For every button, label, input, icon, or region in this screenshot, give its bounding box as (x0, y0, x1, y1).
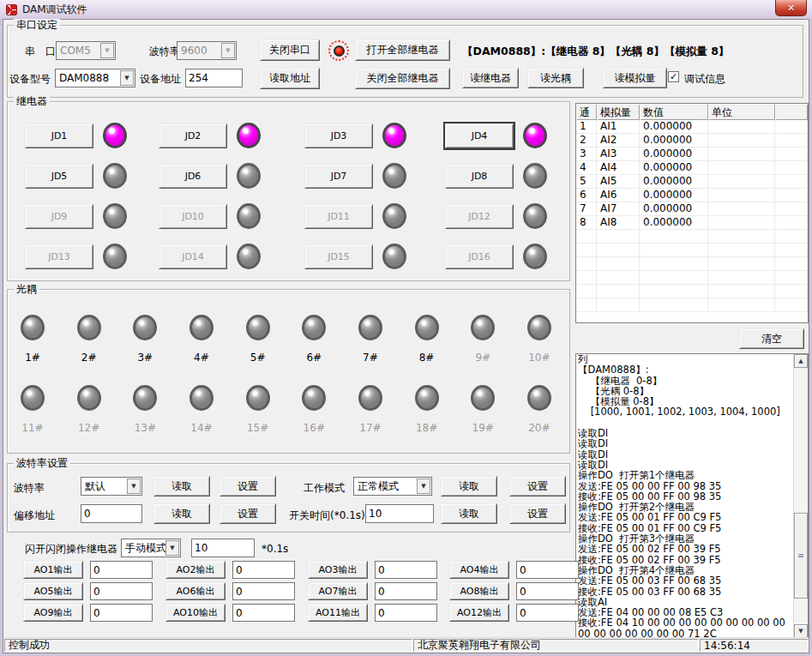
col-header-analog[interactable]: 模拟量 (597, 104, 640, 120)
relay-cell: JD10 (159, 203, 261, 229)
ao5-output-button[interactable]: AO5输出 (23, 582, 83, 600)
opto-light-1 (21, 315, 45, 340)
switch-time-input[interactable] (365, 504, 434, 523)
scroll-up-icon[interactable]: ▲ (794, 354, 808, 368)
relay-group-label: 继电器 (14, 95, 50, 107)
table-row: 8AI80.000000 (576, 216, 808, 230)
table-row: 5AI50.000000 (576, 175, 808, 189)
ao7-value-input[interactable] (375, 582, 437, 600)
close-icon[interactable]: ✕ (775, 0, 807, 16)
ao2-value-input[interactable] (232, 561, 295, 579)
read-relay-button[interactable]: 读继电器 (462, 68, 519, 88)
port-label: 串 口 (25, 45, 56, 58)
relay-cell: JD2 (159, 123, 261, 148)
ao4-output-button[interactable]: AO4输出 (449, 561, 509, 579)
comm-log-text: 列 【DAM0888】: 【继电器 0-8】 【光耦 0-8】 【模拟量 0-8… (578, 354, 792, 639)
model-select[interactable]: DAM0888 ▼ (55, 69, 135, 87)
relay-button-jd9[interactable]: JD9 (25, 204, 93, 229)
work-mode-value: 正常模式 (358, 479, 399, 494)
relay-button-jd4[interactable]: JD4 (445, 123, 514, 148)
ao8-value-input[interactable] (516, 582, 579, 600)
opto-light-18 (415, 385, 439, 411)
ao9-output-button[interactable]: AO9输出 (23, 604, 83, 622)
relay-column-3: JD3 JD7 JD11 JD15 (304, 123, 406, 269)
ao9-value-input[interactable] (90, 604, 153, 622)
ao-cell: AO6输出 (165, 582, 295, 600)
opto-channel-7: 7# (355, 315, 386, 364)
read-opto-button[interactable]: 读光耦 (527, 68, 584, 88)
baud-setting-label: 波特率 (14, 481, 45, 495)
ao3-output-button[interactable]: AO3输出 (308, 561, 368, 579)
ao2-output-button[interactable]: AO2输出 (165, 561, 226, 579)
switch-time-read-button[interactable]: 读取 (441, 503, 497, 524)
ao6-output-button[interactable]: AO6输出 (165, 582, 226, 600)
baud-setting-select[interactable]: 默认 ▼ (81, 477, 142, 496)
scroll-down-icon[interactable]: ▼ (794, 624, 808, 638)
relay-button-jd8[interactable]: JD8 (445, 164, 514, 189)
ao12-value-input[interactable] (516, 604, 579, 622)
read-analog-button[interactable]: 读模拟量 (603, 68, 667, 88)
ao6-value-input[interactable] (232, 582, 295, 600)
log-scrollbar[interactable]: ▲ ≡ ▼ (793, 354, 808, 638)
work-mode-read-button[interactable]: 读取 (441, 476, 497, 497)
switch-time-set-button[interactable]: 设置 (509, 503, 566, 524)
relay-button-jd12[interactable]: JD12 (445, 204, 514, 229)
scrollbar-thumb[interactable]: ≡ (794, 513, 808, 598)
work-mode-set-button[interactable]: 设置 (509, 476, 566, 497)
relay-button-jd1[interactable]: JD1 (25, 123, 93, 148)
device-addr-input[interactable] (185, 69, 243, 87)
ao5-value-input[interactable] (90, 582, 153, 600)
ao10-output-button[interactable]: AO10输出 (165, 604, 226, 622)
opto-channel-11: 11# (17, 385, 48, 434)
relay-button-jd15[interactable]: JD15 (304, 244, 373, 269)
relay-button-jd7[interactable]: JD7 (304, 164, 373, 189)
offset-read-button[interactable]: 读取 (153, 503, 210, 524)
ao1-output-button[interactable]: AO1输出 (23, 561, 83, 579)
relay-button-jd11[interactable]: JD11 (304, 204, 373, 229)
titlebar: DAM调试软件 ✕ (0, 0, 812, 19)
opto-channel-8: 8# (412, 315, 442, 364)
relay-button-jd13[interactable]: JD13 (25, 244, 93, 269)
ao7-output-button[interactable]: AO7输出 (308, 582, 368, 600)
clear-log-button[interactable]: 清空 (739, 328, 804, 349)
ao4-value-input[interactable] (516, 561, 579, 579)
offset-set-button[interactable]: 设置 (220, 503, 276, 524)
debug-info-checkbox[interactable]: ✓ (668, 71, 679, 82)
relay-button-jd16[interactable]: JD16 (445, 244, 514, 269)
close-all-relays-button[interactable]: 关闭全部继电器 (355, 68, 450, 89)
open-all-relays-button[interactable]: 打开全部继电器 (355, 39, 450, 61)
opto-channel-18: 18# (412, 385, 442, 434)
table-row-empty (576, 257, 808, 271)
relay-button-jd5[interactable]: JD5 (25, 164, 93, 189)
opto-light-3 (133, 315, 157, 340)
opto-group: 光耦 1# 2# 3# 4# 5# 6# 7# 8# 9# 10# 11# 12… (7, 289, 570, 454)
col-header-value[interactable]: 数值 (640, 104, 708, 120)
col-header-unit[interactable]: 单位 (708, 104, 775, 120)
ao10-value-input[interactable] (232, 604, 295, 622)
offset-addr-input[interactable] (81, 504, 142, 523)
table-row-empty (576, 244, 808, 257)
relay-button-jd14[interactable]: JD14 (159, 244, 227, 269)
ao1-value-input[interactable] (90, 561, 153, 579)
col-header-channel[interactable]: 通 (576, 104, 597, 120)
ao12-output-button[interactable]: AO12输出 (449, 604, 509, 622)
relay-button-jd10[interactable]: JD10 (159, 204, 227, 229)
relay-column-4: JD4 JD8 JD12 JD16 (445, 123, 547, 269)
relay-button-jd6[interactable]: JD6 (159, 164, 227, 189)
port-select[interactable]: COM5 ▼ (56, 41, 116, 60)
ao3-value-input[interactable] (375, 561, 437, 579)
relay-button-jd2[interactable]: JD2 (159, 123, 227, 148)
ao11-output-button[interactable]: AO11输出 (308, 604, 368, 622)
ao11-value-input[interactable] (375, 604, 437, 622)
baud-set-button[interactable]: 设置 (220, 476, 276, 497)
ao8-output-button[interactable]: AO8输出 (449, 582, 509, 600)
ao-cell: AO4输出 (449, 561, 579, 579)
baud-select[interactable]: 9600 ▼ (177, 41, 237, 60)
work-mode-select[interactable]: 正常模式 ▼ (353, 477, 432, 496)
flash-time-input[interactable] (191, 539, 255, 557)
relay-button-jd3[interactable]: JD3 (304, 123, 373, 148)
close-port-button[interactable]: 关闭串口 (260, 39, 320, 61)
read-addr-button[interactable]: 读取地址 (260, 68, 320, 89)
flash-mode-select[interactable]: 手动模式 ▼ (121, 539, 181, 557)
baud-read-button[interactable]: 读取 (153, 476, 210, 497)
